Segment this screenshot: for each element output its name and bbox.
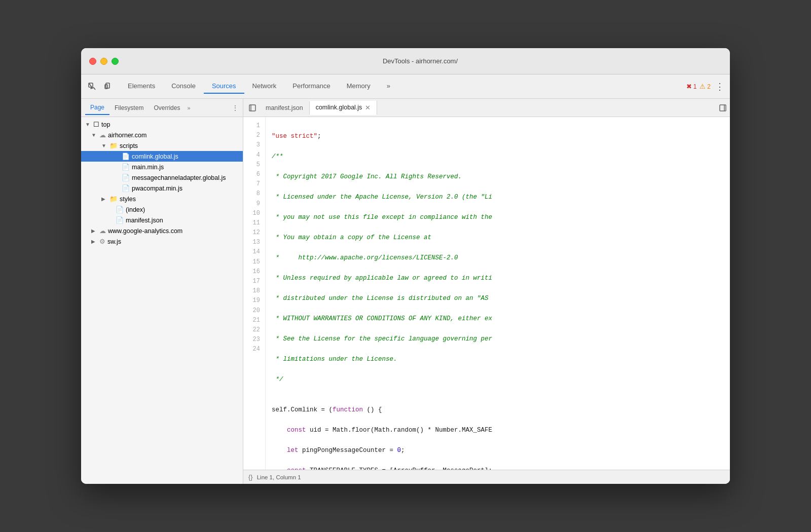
line-numbers: 123 456 789 101112 131415 161718 192021 … bbox=[243, 117, 266, 470]
tree-arrow bbox=[114, 164, 122, 170]
file-icon: 📄 bbox=[122, 174, 130, 181]
error-icon: ✖ bbox=[686, 83, 692, 90]
tree-arrow bbox=[114, 154, 122, 159]
tree-label: main.min.js bbox=[132, 164, 164, 171]
tab-performance[interactable]: Performance bbox=[284, 79, 338, 94]
warning-count: 2 bbox=[707, 83, 711, 90]
cloud-icon: ☁ bbox=[99, 131, 106, 139]
tree-label: manifest.json bbox=[126, 217, 163, 224]
tree-item-sw[interactable]: ▶ ⚙ sw.js bbox=[81, 236, 243, 247]
toolbar: Elements Console Sources Network Perform… bbox=[81, 74, 730, 99]
editor-tab-comlink[interactable]: comlink.global.js ✕ bbox=[310, 101, 378, 115]
tree-item-styles[interactable]: ▶ 📁 styles bbox=[81, 194, 243, 204]
warning-icon: ⚠ bbox=[699, 83, 706, 90]
tree-label: pwacompat.min.js bbox=[132, 185, 182, 192]
tree-label: messagechanneladapter.global.js bbox=[132, 174, 226, 181]
tab-console[interactable]: Console bbox=[163, 79, 204, 94]
tree-item-scripts[interactable]: ▼ 📁 scripts bbox=[81, 140, 243, 151]
file-icon: 📄 bbox=[116, 216, 124, 224]
file-tree: ▼ ☐ top ▼ ☁ airhorner.com ▼ 📁 scripts bbox=[81, 117, 243, 484]
tree-arrow: ▼ bbox=[85, 122, 93, 127]
svg-rect-3 bbox=[249, 105, 255, 111]
window-controls bbox=[89, 58, 119, 65]
panel-menu-icon[interactable]: ⋮ bbox=[232, 104, 239, 112]
editor-tabs: manifest.json comlink.global.js ✕ bbox=[243, 99, 730, 117]
tree-item-pwacompat[interactable]: 📄 pwacompat.min.js bbox=[81, 183, 243, 194]
code-content: "use strict"; /** * Copyright 2017 Googl… bbox=[266, 117, 730, 470]
tree-arrow bbox=[114, 175, 122, 180]
tree-arrow: ▼ bbox=[91, 132, 99, 138]
file-icon: 📄 bbox=[116, 206, 124, 213]
tab-network[interactable]: Network bbox=[244, 79, 285, 94]
file-icon: 📄 bbox=[122, 153, 130, 160]
tree-arrow: ▶ bbox=[91, 228, 99, 234]
window-title: DevTools - airhorner.com/ bbox=[119, 57, 722, 65]
tree-arrow: ▼ bbox=[101, 143, 109, 148]
devtools-window: DevTools - airhorner.com/ Elements Conso… bbox=[81, 48, 730, 484]
code-area[interactable]: 123 456 789 101112 131415 161718 192021 … bbox=[243, 117, 730, 470]
file-icon: 📄 bbox=[122, 163, 130, 171]
toolbar-tabs: Elements Console Sources Network Perform… bbox=[120, 79, 686, 94]
tree-arrow bbox=[107, 217, 116, 223]
title-bar: DevTools - airhorner.com/ bbox=[81, 48, 730, 74]
tree-item-top[interactable]: ▼ ☐ top bbox=[81, 119, 243, 130]
tree-label: top bbox=[101, 121, 110, 128]
editor-tab-manifest[interactable]: manifest.json bbox=[260, 101, 310, 115]
tree-item-msgchannel[interactable]: 📄 messagechanneladapter.global.js bbox=[81, 172, 243, 183]
tree-label: sw.js bbox=[107, 238, 121, 245]
tree-item-comlink[interactable]: 📄 comlink.global.js bbox=[81, 151, 243, 162]
tab-more[interactable]: » bbox=[379, 79, 398, 94]
pretty-print-icon[interactable]: {} bbox=[248, 473, 253, 481]
collapse-editor-icon[interactable] bbox=[716, 101, 730, 115]
warning-badge[interactable]: ⚠ 2 bbox=[699, 83, 711, 90]
panel-tab-more[interactable]: » bbox=[187, 105, 190, 111]
toolbar-icons bbox=[85, 80, 116, 94]
panel-tabs: Page Filesystem Overrides » ⋮ bbox=[81, 99, 243, 117]
collapse-sidebar-icon[interactable] bbox=[245, 101, 260, 115]
tree-arrow bbox=[114, 185, 122, 191]
file-icon: 📄 bbox=[122, 184, 130, 192]
tree-label: styles bbox=[120, 196, 136, 203]
tree-item-airhorner[interactable]: ▼ ☁ airhorner.com bbox=[81, 130, 243, 140]
tab-overrides[interactable]: Overrides bbox=[149, 101, 185, 115]
toolbar-right: ✖ 1 ⚠ 2 ⋮ bbox=[686, 81, 726, 93]
tab-elements[interactable]: Elements bbox=[120, 79, 163, 94]
tab-label: comlink.global.js bbox=[316, 104, 362, 111]
tab-page[interactable]: Page bbox=[85, 101, 109, 115]
tab-label: manifest.json bbox=[266, 104, 303, 111]
folder-icon: ☐ bbox=[93, 121, 99, 128]
tree-label: scripts bbox=[120, 142, 138, 149]
folder-icon: 📁 bbox=[109, 142, 118, 149]
status-bar: {} Line 1, Column 1 bbox=[243, 470, 730, 484]
gear-icon: ⚙ bbox=[99, 238, 105, 245]
tab-filesystem[interactable]: Filesystem bbox=[109, 101, 149, 115]
close-tab-icon[interactable]: ✕ bbox=[365, 104, 371, 111]
tree-item-analytics[interactable]: ▶ ☁ www.google-analytics.com bbox=[81, 225, 243, 236]
minimize-button[interactable] bbox=[100, 58, 107, 65]
tab-sources[interactable]: Sources bbox=[204, 79, 244, 94]
error-badge[interactable]: ✖ 1 bbox=[686, 83, 697, 90]
tree-label: (index) bbox=[126, 206, 145, 213]
tree-label: comlink.global.js bbox=[132, 153, 178, 160]
error-count: 1 bbox=[693, 83, 697, 90]
tree-arrow: ▶ bbox=[101, 196, 109, 202]
tree-label: www.google-analytics.com bbox=[108, 227, 182, 235]
left-panel: Page Filesystem Overrides » ⋮ ▼ ☐ top ▼ … bbox=[81, 99, 243, 484]
maximize-button[interactable] bbox=[112, 58, 119, 65]
tree-item-manifest[interactable]: 📄 manifest.json bbox=[81, 215, 243, 225]
folder-icon: 📁 bbox=[109, 195, 118, 203]
tree-arrow: ▶ bbox=[91, 239, 99, 244]
close-button[interactable] bbox=[89, 58, 96, 65]
tree-item-main[interactable]: 📄 main.min.js bbox=[81, 162, 243, 172]
cloud-icon: ☁ bbox=[99, 227, 106, 235]
tab-memory[interactable]: Memory bbox=[339, 79, 379, 94]
tree-label: airhorner.com bbox=[108, 132, 146, 139]
device-toggle-icon[interactable] bbox=[101, 80, 116, 94]
inspect-icon[interactable] bbox=[85, 80, 99, 94]
tree-item-index[interactable]: 📄 (index) bbox=[81, 204, 243, 215]
kebab-menu-button[interactable]: ⋮ bbox=[714, 81, 726, 93]
main-area: Page Filesystem Overrides » ⋮ ▼ ☐ top ▼ … bbox=[81, 99, 730, 484]
right-panel: manifest.json comlink.global.js ✕ 123 bbox=[243, 99, 730, 484]
cursor-position: Line 1, Column 1 bbox=[257, 474, 301, 480]
svg-rect-5 bbox=[720, 105, 726, 111]
